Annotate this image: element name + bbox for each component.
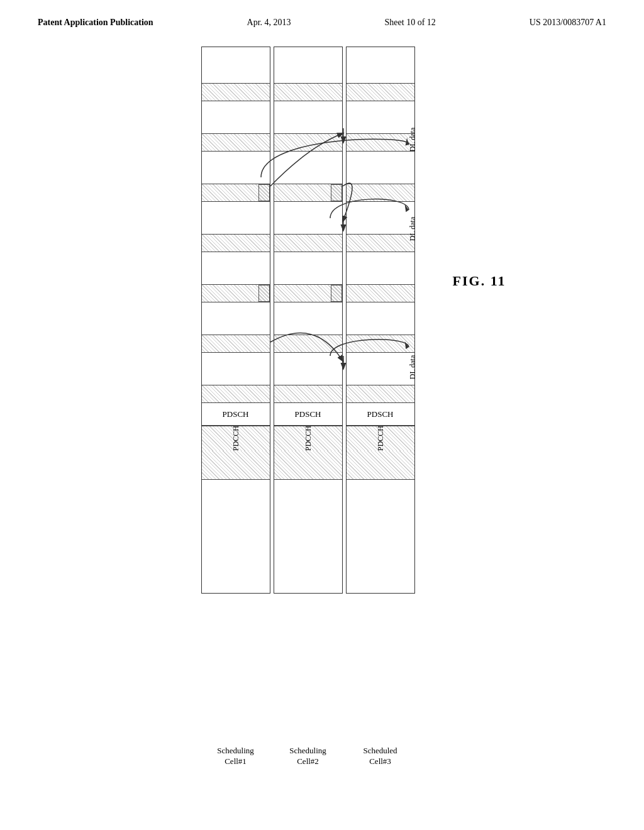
publication-date: Apr. 4, 2013 [247, 18, 291, 28]
fig-label-container: FIG. 11 [453, 273, 506, 289]
dl-data-label-3: DL data [408, 355, 417, 379]
bottom-label-col3: ScheduledCell#3 [346, 743, 415, 770]
annotations-svg: DL data DL data DL data [201, 47, 415, 594]
bottom-labels: SchedulingCell#1 SchedulingCell#2 Schedu… [201, 743, 415, 770]
arrow-1 [270, 133, 343, 186]
diagram-container: PDSCH PDCCH [176, 47, 440, 707]
bottom-label-col2: SchedulingCell#2 [274, 743, 343, 770]
dl-data-label-1: DL data [408, 127, 417, 152]
dl-data-label-2: DL data [408, 216, 417, 241]
bottom-label-col1: SchedulingCell#1 [201, 743, 270, 770]
patent-number: US 2013/0083707 A1 [530, 18, 606, 28]
fig-label: FIG. 11 [453, 273, 506, 289]
arrow-2 [343, 183, 352, 221]
arrow-3 [270, 333, 343, 361]
main-content: PDSCH PDCCH [0, 34, 644, 707]
sheet-number: Sheet 10 of 12 [385, 18, 436, 28]
publication-label: Patent Application Publication [38, 18, 153, 28]
page-header: Patent Application Publication Apr. 4, 2… [0, 0, 644, 34]
